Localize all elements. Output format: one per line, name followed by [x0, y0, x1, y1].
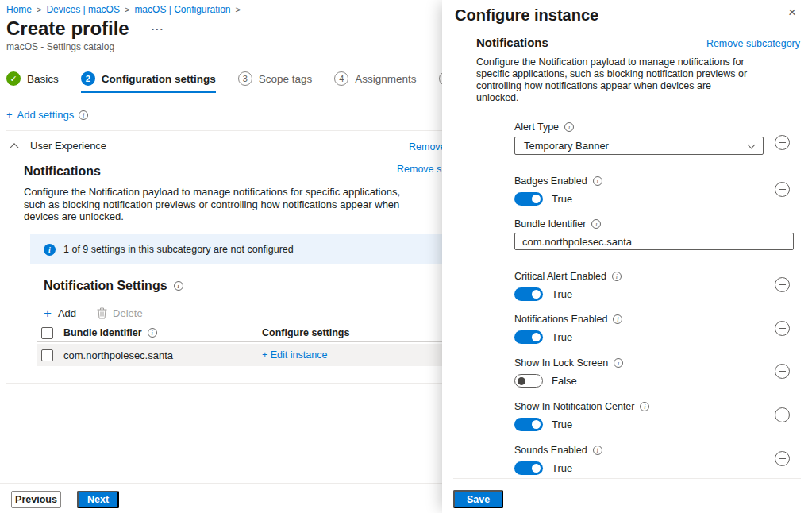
- field-label: Critical Alert Enabled i: [514, 270, 800, 283]
- field-label-text: Sounds Enabled: [514, 445, 587, 456]
- field-show-in-notification-center: Show In Notification Center i True: [514, 400, 800, 431]
- sounds-enabled-toggle[interactable]: [514, 461, 543, 475]
- breadcrumb-separator: >: [37, 5, 41, 14]
- previous-button[interactable]: Previous: [11, 491, 61, 508]
- field-bundle-identifier: Bundle Identifier i: [514, 218, 800, 250]
- breadcrumb-macos-configuration[interactable]: macOS | Configuration: [134, 4, 230, 15]
- bundle-identifier-input[interactable]: [514, 233, 794, 250]
- intune-create-profile-page: Home > Devices | macOS > macOS | Configu…: [0, 0, 812, 513]
- footer-divider: [0, 483, 442, 484]
- subcategory-title: Notifications: [24, 164, 101, 179]
- step-label: Assignments: [355, 73, 416, 85]
- remove-category-link[interactable]: Remove: [409, 141, 446, 152]
- breadcrumb: Home > Devices | macOS > macOS | Configu…: [6, 4, 241, 15]
- step-configuration-settings[interactable]: 2 Configuration settings: [81, 71, 216, 93]
- remove-setting-icon[interactable]: [775, 364, 790, 379]
- info-icon[interactable]: i: [79, 110, 88, 120]
- select-all-checkbox[interactable]: [41, 327, 53, 339]
- field-sounds-enabled: Sounds Enabled i True: [514, 444, 800, 475]
- step-assignments[interactable]: 4 Assignments: [334, 71, 416, 91]
- toggle-value: True: [552, 331, 572, 343]
- remove-setting-icon[interactable]: [775, 407, 790, 422]
- show-in-lock-screen-toggle[interactable]: [514, 374, 543, 388]
- step-basics[interactable]: ✓ Basics: [6, 71, 59, 91]
- step-number-badge: 2: [81, 71, 95, 86]
- add-settings-label: Add settings: [17, 109, 75, 121]
- column-header-configure-settings: Configure settings: [262, 327, 349, 338]
- subcategory-description: Configure the Notification payload to ma…: [24, 186, 425, 223]
- field-label-text: Notifications Enabled: [514, 314, 607, 325]
- more-actions-icon[interactable]: ···: [152, 23, 164, 35]
- info-icon[interactable]: i: [593, 446, 602, 455]
- info-icon[interactable]: i: [640, 402, 649, 411]
- step-number-badge: 4: [334, 71, 348, 86]
- remove-setting-icon[interactable]: [775, 321, 790, 336]
- field-badges-enabled: Badges Enabled i True: [514, 175, 800, 206]
- field-notifications-enabled: Notifications Enabled i True: [514, 313, 800, 344]
- remove-setting-icon[interactable]: [775, 451, 790, 466]
- check-icon: ✓: [6, 71, 21, 86]
- edit-instance-link[interactable]: + Edit instance: [262, 349, 327, 361]
- info-icon[interactable]: i: [174, 281, 183, 291]
- add-settings-link[interactable]: + Add settings i: [6, 109, 88, 121]
- field-label: Notifications Enabled i: [514, 313, 800, 326]
- info-icon[interactable]: i: [148, 328, 157, 338]
- info-icon[interactable]: i: [591, 219, 601, 229]
- field-alert-type: Alert Type i Temporary Banner: [514, 121, 800, 155]
- category-title: User Experience: [30, 140, 106, 152]
- delete-row-label: Delete: [113, 307, 143, 319]
- alert-type-dropdown[interactable]: Temporary Banner: [514, 137, 764, 155]
- field-label-text: Show In Lock Screen: [514, 357, 608, 368]
- critical-alert-enabled-toggle[interactable]: [514, 287, 543, 301]
- next-button[interactable]: Next: [77, 491, 119, 508]
- show-in-notification-center-toggle[interactable]: [514, 418, 543, 431]
- panel-remove-subcategory-link[interactable]: Remove subcategory: [706, 38, 800, 49]
- info-icon[interactable]: i: [613, 314, 622, 324]
- badges-enabled-toggle[interactable]: [514, 192, 543, 206]
- field-show-in-lock-screen: Show In Lock Screen i False: [514, 357, 800, 388]
- breadcrumb-separator: >: [236, 5, 241, 14]
- breadcrumb-devices-macos[interactable]: Devices | macOS: [46, 4, 119, 15]
- remove-setting-icon[interactable]: [775, 182, 790, 197]
- field-label: Bundle Identifier i: [514, 218, 800, 230]
- panel-title: Configure instance: [455, 6, 598, 25]
- page-subtitle: macOS - Settings catalog: [6, 41, 114, 52]
- delete-row-button[interactable]: Delete: [97, 307, 143, 319]
- field-label-text: Bundle Identifier: [514, 218, 586, 230]
- toggle-value: True: [552, 462, 572, 474]
- row-checkbox[interactable]: [41, 349, 53, 361]
- toggle-value: True: [552, 193, 572, 205]
- panel-subcategory-description: Configure the Notification payload to ma…: [476, 56, 750, 104]
- notifications-enabled-toggle[interactable]: [514, 330, 543, 344]
- settings-group-title-text: Notification Settings: [44, 279, 167, 293]
- info-icon[interactable]: i: [593, 176, 602, 186]
- plus-icon: +: [44, 308, 52, 319]
- field-label-text: Alert Type: [514, 122, 559, 133]
- info-icon[interactable]: i: [564, 122, 574, 132]
- chevron-down-icon: [748, 141, 756, 148]
- remove-setting-icon[interactable]: [775, 135, 790, 150]
- close-icon[interactable]: ×: [788, 5, 796, 21]
- step-scope-tags[interactable]: 3 Scope tags: [238, 71, 313, 91]
- field-label: Badges Enabled i: [514, 175, 800, 187]
- settings-table: Bundle Identifier i Configure settings c…: [37, 324, 492, 366]
- settings-group-title: Notification Settings i: [44, 279, 183, 293]
- plus-icon: +: [6, 109, 13, 121]
- panel-footer-divider: [453, 478, 801, 479]
- info-icon: i: [44, 244, 56, 256]
- step-label: Basics: [27, 73, 59, 85]
- field-label: Show In Lock Screen i: [514, 357, 800, 369]
- info-icon[interactable]: i: [614, 358, 623, 368]
- breadcrumb-home[interactable]: Home: [6, 4, 32, 15]
- field-label: Sounds Enabled i: [514, 444, 800, 457]
- field-critical-alert-enabled: Critical Alert Enabled i True: [514, 270, 800, 301]
- step-label: Configuration settings: [102, 73, 216, 85]
- field-label-text: Show In Notification Center: [514, 401, 634, 412]
- info-icon[interactable]: i: [612, 272, 622, 281]
- save-button[interactable]: Save: [453, 490, 503, 508]
- remove-setting-icon[interactable]: [775, 277, 790, 292]
- info-banner-text: 1 of 9 settings in this subcategory are …: [63, 244, 294, 255]
- add-row-button[interactable]: + Add: [44, 307, 76, 319]
- category-user-experience[interactable]: User Experience: [11, 140, 106, 152]
- info-banner: i 1 of 9 settings in this subcategory ar…: [30, 234, 492, 264]
